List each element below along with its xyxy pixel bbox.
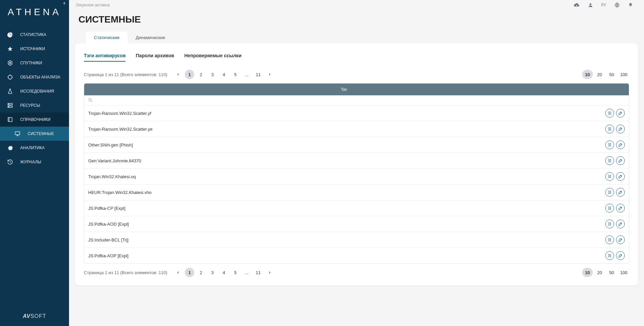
page-size-50[interactable]: 50: [606, 268, 617, 277]
pin-icon[interactable]: [62, 2, 66, 6]
detail-button[interactable]: [605, 204, 614, 213]
tab-unchecked-links[interactable]: Непроверяемые ссылки: [184, 52, 241, 62]
table-row: JS:Pdfka-CP [Expl]: [84, 200, 629, 216]
table-header: Тег: [84, 84, 629, 95]
page-size-10[interactable]: 10: [582, 268, 593, 277]
detail-button[interactable]: [605, 140, 614, 149]
pager-page-4[interactable]: 4: [219, 268, 229, 277]
tab-dynamic[interactable]: Динамические: [128, 32, 173, 43]
pager-nav: 1 2 3 4 5 ... 11: [173, 70, 274, 79]
page-size-100[interactable]: 100: [618, 268, 629, 277]
pager-prev-icon[interactable]: [173, 268, 183, 277]
edit-button[interactable]: [616, 220, 625, 228]
detail-button[interactable]: [605, 235, 614, 244]
sidebar-item-satellites[interactable]: СПУТНИКИ: [0, 56, 69, 70]
sidebar-item-label: ИСТОЧНИКИ: [20, 46, 45, 51]
edit-button[interactable]: [616, 235, 625, 244]
pager-page-1[interactable]: 1: [185, 268, 194, 277]
language-selector[interactable]: РУ: [601, 3, 606, 7]
tag-cell: JS:Includer-BCL [Trj]: [88, 237, 605, 242]
pager-page-11[interactable]: 11: [253, 70, 263, 79]
detail-button[interactable]: [605, 251, 614, 260]
pager-info: Страница 1 из 11 (Всего элементов: 110): [84, 270, 167, 275]
detail-button[interactable]: [605, 125, 614, 133]
filter-row: [84, 95, 629, 105]
sidebar-item-analysis-objects[interactable]: ОБЪЕКТЫ АНАЛИЗА: [0, 70, 69, 84]
svg-point-4: [9, 106, 9, 107]
pager-page-5[interactable]: 5: [231, 268, 240, 277]
detail-button[interactable]: [605, 156, 614, 165]
pager-prev-icon[interactable]: [173, 70, 183, 79]
globe-icon[interactable]: [614, 2, 620, 8]
pager-page-5[interactable]: 5: [231, 70, 240, 79]
sidebar-item-journals[interactable]: ЖУРНАЛЫ: [0, 155, 69, 169]
pager-page-11[interactable]: 11: [253, 268, 263, 277]
pager-next-icon[interactable]: [265, 70, 274, 79]
tags-table: Тег Trojan-Ransom.Win32.Scatter.yf Troja…: [84, 83, 629, 264]
edit-button[interactable]: [616, 156, 625, 165]
column-header-tag[interactable]: Тег: [90, 87, 599, 92]
pager-next-icon[interactable]: [265, 268, 274, 277]
sidebar-item-statistics[interactable]: СТАТИСТИКА: [0, 28, 69, 42]
edit-button[interactable]: [616, 140, 625, 149]
tab-label: Статические: [94, 35, 120, 40]
page-size-selector: 10 20 50 100: [582, 268, 629, 277]
hexagon-icon: [6, 60, 14, 66]
search-icon[interactable]: [88, 98, 625, 102]
sidebar-item-label: ИССЛЕДОВАНИЯ: [20, 89, 54, 94]
edit-button[interactable]: [616, 109, 625, 118]
table-row: JS:Pdfka-AOD [Expl]: [84, 216, 629, 232]
tab-static[interactable]: Статические: [86, 32, 128, 43]
sidebar-item-sources[interactable]: ИСТОЧНИКИ: [0, 42, 69, 56]
sidebar-nav: СТАТИСТИКА ИСТОЧНИКИ СПУТНИКИ ОБЪЕКТЫ АН…: [0, 28, 69, 306]
pager-page-3[interactable]: 3: [208, 70, 217, 79]
gear-icon: [6, 145, 14, 151]
edit-button[interactable]: [616, 172, 625, 181]
page-size-20[interactable]: 20: [594, 268, 605, 277]
sidebar-item-resources[interactable]: РЕСУРСЫ: [0, 98, 69, 112]
detail-button[interactable]: [605, 172, 614, 181]
sidebar-item-research[interactable]: ИССЛЕДОВАНИЯ: [0, 84, 69, 98]
detail-button[interactable]: [605, 220, 614, 228]
sidebar-item-analytics[interactable]: АНАЛИТИКА: [0, 141, 69, 155]
pager-page-4[interactable]: 4: [219, 70, 229, 79]
page-size-100[interactable]: 100: [618, 70, 629, 79]
user-icon[interactable]: [588, 2, 593, 8]
pager-page-1[interactable]: 1: [185, 70, 194, 79]
sidebar-item-label: ЖУРНАЛЫ: [20, 160, 41, 164]
pager-page-3[interactable]: 3: [208, 268, 217, 277]
bell-icon[interactable]: [628, 2, 633, 8]
pager-page-2[interactable]: 2: [196, 70, 206, 79]
main-content: Лицензия активна РУ СИСТЕМНЫЕ Статически…: [69, 0, 644, 326]
monitor-icon: [13, 131, 22, 137]
cloud-download-icon[interactable]: [574, 2, 580, 8]
tag-cell: Trojan-Ransom.Win32.Scatter.ye: [88, 127, 605, 132]
pager-ellipsis: ...: [242, 70, 251, 79]
sidebar-item-label: СИСТЕМНЫЕ: [28, 131, 54, 136]
sidebar-item-label: РЕСУРСЫ: [20, 103, 40, 108]
detail-button[interactable]: [605, 109, 614, 118]
edit-button[interactable]: [616, 125, 625, 133]
tab-archive-passwords[interactable]: Пароли архивов: [136, 52, 174, 62]
table-row: Trojan-Ransom.Win32.Scatter.ye: [84, 121, 629, 137]
page-size-50[interactable]: 50: [606, 70, 617, 79]
svg-point-6: [589, 3, 591, 5]
table-row: Trojan.Win32.Khalesi.oq: [84, 169, 629, 185]
pager-nav: 1 2 3 4 5 ... 11: [173, 268, 274, 277]
tag-cell: Gen:Variant.Johnnie.84370: [88, 158, 605, 163]
tab-antivirus-tags[interactable]: Тэги антивирусов: [84, 52, 126, 62]
sidebar-item-system[interactable]: СИСТЕМНЫЕ: [0, 127, 69, 141]
target-icon: [6, 74, 14, 80]
app-logo: ATHENA: [0, 0, 69, 28]
pager-page-2[interactable]: 2: [196, 268, 206, 277]
sidebar-item-directories[interactable]: СПРАВОЧНИКИ: [0, 112, 69, 127]
edit-button[interactable]: [616, 188, 625, 197]
page-size-10[interactable]: 10: [582, 70, 593, 79]
edit-button[interactable]: [616, 204, 625, 213]
edit-button[interactable]: [616, 251, 625, 260]
table-row: HEUR:Trojan.Win32.Khalesi.vho: [84, 185, 629, 200]
sidebar-item-label: СПРАВОЧНИКИ: [20, 117, 50, 122]
detail-button[interactable]: [605, 188, 614, 197]
page-size-20[interactable]: 20: [594, 70, 605, 79]
table-row: JS:Includer-BCL [Trj]: [84, 232, 629, 248]
